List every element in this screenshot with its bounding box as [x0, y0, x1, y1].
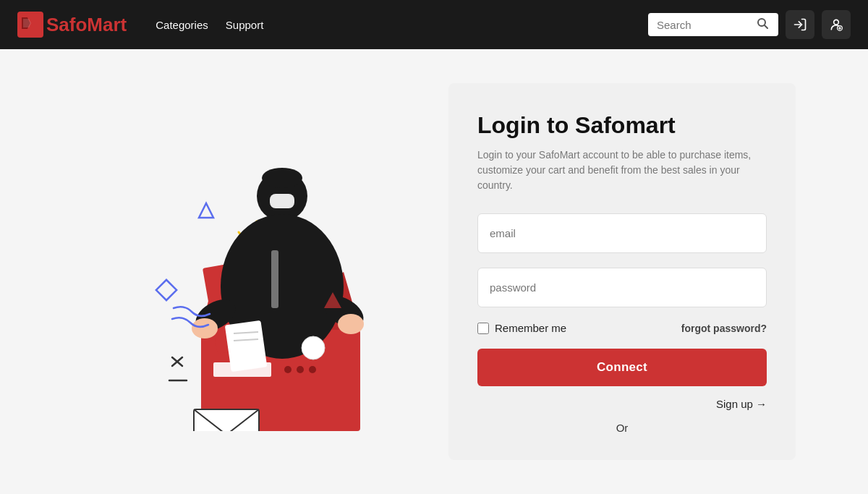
logo-text: SafoMart [46, 14, 127, 36]
svg-point-36 [338, 314, 364, 334]
search-input[interactable] [657, 19, 751, 31]
password-input[interactable] [477, 268, 767, 307]
nav-links: Categories Support [156, 19, 263, 31]
signin-icon [793, 17, 807, 32]
remember-me-label[interactable]: Remember me [477, 322, 566, 334]
svg-point-41 [302, 336, 325, 359]
password-group [477, 268, 767, 307]
svg-rect-24 [194, 409, 259, 431]
svg-rect-11 [156, 279, 176, 299]
email-group [477, 213, 767, 253]
svg-rect-37 [271, 250, 278, 308]
logo[interactable]: SafoMart [17, 12, 127, 38]
svg-line-2 [765, 25, 767, 28]
options-row: Remember me forgot password? [477, 322, 767, 334]
signup-row: Sign up → [477, 398, 767, 410]
signup-link[interactable]: Sign up → [716, 398, 767, 410]
or-divider: Or [477, 422, 767, 434]
profile-button[interactable] [822, 10, 851, 39]
nav-categories[interactable]: Categories [156, 19, 208, 31]
remember-me-text: Remember me [495, 322, 566, 334]
svg-point-35 [192, 318, 218, 338]
navbar: SafoMart Categories Support [0, 0, 868, 49]
illustration [87, 113, 391, 431]
login-subtitle: Login to your SafoMart account to be abl… [477, 148, 767, 193]
svg-point-30 [262, 168, 302, 188]
forgot-password-link[interactable]: forgot password? [681, 323, 767, 334]
login-panel: Login to Safomart Login to your SafoMart… [448, 83, 796, 460]
nav-right [648, 10, 851, 39]
search-bar [648, 13, 778, 36]
remember-me-checkbox[interactable] [477, 323, 489, 334]
svg-point-18 [284, 366, 292, 373]
login-title: Login to Safomart [477, 112, 767, 139]
svg-marker-8 [199, 203, 213, 218]
main-content: Login to Safomart Login to your SafoMart… [0, 49, 868, 494]
email-input[interactable] [477, 213, 767, 253]
search-button[interactable] [757, 17, 768, 32]
svg-point-19 [297, 366, 304, 373]
svg-rect-38 [225, 320, 268, 371]
illustration-area [72, 113, 405, 431]
connect-button[interactable]: Connect [477, 349, 767, 386]
logo-icon [17, 12, 43, 38]
signin-button[interactable] [786, 10, 814, 39]
svg-point-4 [834, 20, 839, 25]
svg-point-20 [309, 366, 316, 373]
search-icon [757, 17, 768, 29]
svg-rect-31 [270, 194, 294, 208]
profile-icon [829, 17, 843, 32]
nav-support[interactable]: Support [226, 19, 264, 31]
